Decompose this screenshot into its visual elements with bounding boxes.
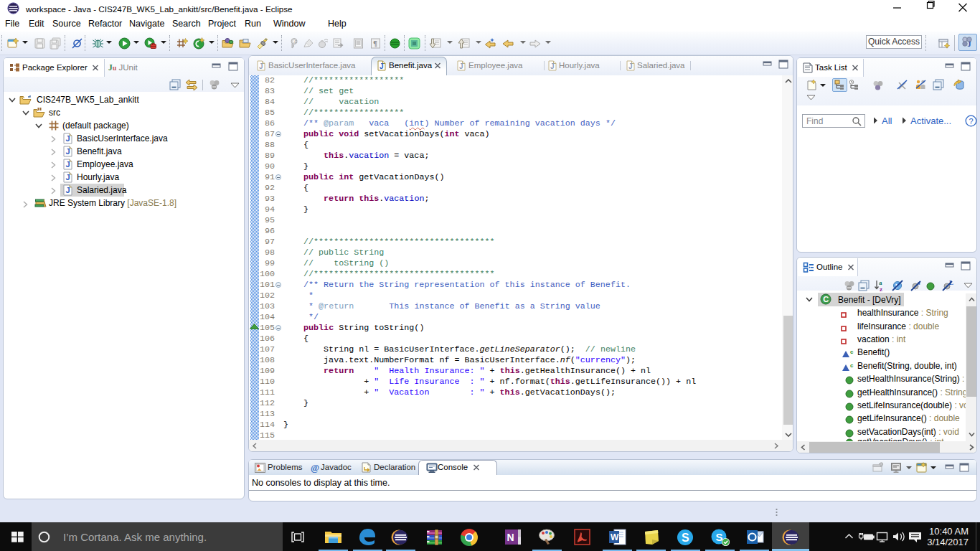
svg-text:C: C bbox=[294, 39, 298, 44]
svg-text:J: J bbox=[628, 62, 633, 70]
svg-text:c: c bbox=[850, 362, 854, 369]
svg-text:W: W bbox=[611, 532, 619, 542]
svg-text:z: z bbox=[880, 286, 882, 292]
svg-text:N: N bbox=[507, 532, 514, 543]
svg-text:?: ? bbox=[969, 117, 974, 126]
svg-text:J: J bbox=[259, 62, 263, 70]
svg-text:J: J bbox=[66, 134, 70, 143]
svg-text:S: S bbox=[716, 531, 723, 543]
svg-text:S: S bbox=[682, 532, 689, 544]
svg-text:c: c bbox=[850, 349, 854, 355]
svg-text:J: J bbox=[66, 186, 70, 194]
svg-text:J: J bbox=[459, 62, 463, 70]
svg-text:J: J bbox=[550, 62, 555, 70]
svg-text:J: J bbox=[380, 62, 384, 70]
svg-text:J: J bbox=[66, 160, 70, 169]
svg-text:J: J bbox=[66, 173, 70, 182]
svg-text:J: J bbox=[968, 40, 971, 48]
svg-text:J: J bbox=[66, 147, 70, 156]
svg-text:¶: ¶ bbox=[373, 39, 377, 47]
svg-text:C: C bbox=[823, 295, 829, 303]
